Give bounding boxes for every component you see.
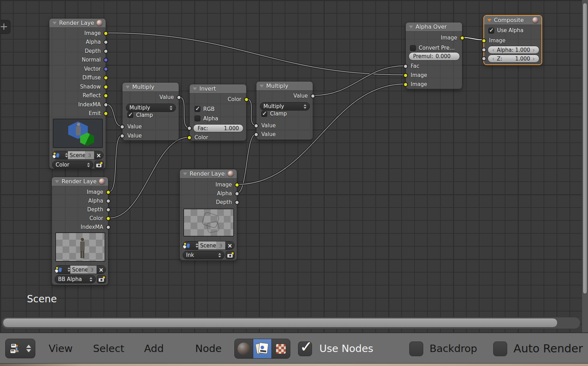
horizontal-scrollbar[interactable] (1, 317, 580, 329)
node-header[interactable]: Multiply (122, 83, 179, 92)
node-invert[interactable]: Invert Color RGB Alpha Fac: 1.000 Color (189, 84, 247, 141)
scene-selector[interactable]: Scene 3 × (55, 265, 106, 274)
texture-nodes-button[interactable] (272, 339, 290, 358)
horizontal-scrollbar-handle[interactable] (3, 318, 558, 328)
render-layer-dropdown[interactable]: BB Alpha (55, 275, 96, 283)
socket-emit-output[interactable] (104, 111, 108, 116)
fac-slider[interactable]: Fac: 1.000 (193, 124, 243, 132)
alpha-checkbox[interactable] (194, 115, 200, 121)
socket-fac-input[interactable] (403, 64, 408, 69)
node-header[interactable]: Render Layers (180, 169, 237, 178)
socket-value-output[interactable] (177, 95, 181, 100)
socket-depth-output[interactable] (106, 207, 111, 212)
collapse-icon[interactable] (260, 85, 264, 87)
socket-value2-input[interactable] (254, 132, 258, 137)
premul-slider[interactable]: Premul: 0.000 (409, 52, 460, 61)
socket-alpha-output[interactable] (104, 40, 108, 44)
socket-alpha-output[interactable] (106, 199, 111, 203)
unlink-icon[interactable]: × (94, 151, 103, 159)
collapse-icon[interactable] (183, 173, 187, 175)
convert-premul-checkbox[interactable] (410, 45, 416, 51)
socket-shadow-output[interactable] (104, 85, 108, 89)
use-nodes-checkbox[interactable] (298, 342, 312, 356)
socket-depth-output[interactable] (104, 49, 108, 54)
socket-depth-output[interactable] (235, 200, 239, 205)
render-layer-dropdown[interactable]: Color (52, 161, 93, 169)
node-render-layers-3[interactable]: Render Layers Image Alpha Depth Scene 3 … (179, 169, 237, 261)
scene-icon[interactable] (55, 266, 70, 274)
socket-normal-output[interactable] (104, 58, 108, 62)
expand-region-button[interactable]: + (0, 20, 10, 34)
z-number-field[interactable]: Z: 1.000 (488, 55, 539, 63)
render-layer-button[interactable] (97, 275, 106, 283)
unlink-icon[interactable]: × (225, 241, 234, 249)
menu-node[interactable]: Node (195, 342, 222, 355)
compositing-nodes-button[interactable] (253, 339, 272, 358)
vertical-scrollbar-handle[interactable] (583, 3, 587, 294)
node-alpha-over[interactable]: Alpha Over Image Convert Pre… Premul: 0.… (405, 22, 462, 89)
backdrop-checkbox[interactable] (409, 342, 423, 356)
socket-image1-input[interactable] (403, 73, 408, 78)
socket-image-input[interactable] (482, 38, 486, 43)
socket-image2-input[interactable] (403, 82, 408, 87)
node-multiply-1[interactable]: Multiply Value Multiply Clamp Value Valu… (122, 82, 179, 141)
rgb-checkbox[interactable] (194, 106, 200, 112)
socket-color-output[interactable] (244, 97, 249, 102)
socket-diffuse-output[interactable] (104, 76, 108, 80)
socket-color-output[interactable] (106, 216, 111, 221)
socket-value1-input[interactable] (254, 124, 258, 128)
use-alpha-checkbox[interactable] (488, 28, 494, 34)
scene-user-count[interactable]: 3 (87, 266, 97, 274)
collapse-icon[interactable] (193, 87, 197, 90)
socket-value2-input[interactable] (120, 134, 125, 138)
node-header[interactable]: Composite (484, 16, 541, 25)
socket-vector-output[interactable] (104, 67, 108, 71)
node-header[interactable]: Alpha Over (406, 22, 462, 31)
scene-name-field[interactable]: Scene (198, 241, 216, 249)
collapse-icon[interactable] (55, 180, 59, 183)
render-layer-dropdown[interactable]: Ink (183, 251, 225, 259)
socket-indexma-output[interactable] (104, 103, 108, 107)
blend-mode-dropdown[interactable]: Multiply (260, 102, 310, 111)
clamp-checkbox[interactable] (261, 111, 267, 117)
socket-image-output[interactable] (106, 190, 111, 195)
menu-select[interactable]: Select (93, 342, 124, 355)
socket-alpha-input[interactable] (482, 48, 486, 52)
auto-render-checkbox[interactable] (493, 342, 507, 356)
socket-value1-input[interactable] (120, 125, 125, 129)
socket-image-output[interactable] (104, 31, 108, 36)
unlink-icon[interactable]: × (97, 266, 106, 274)
node-render-layers-1[interactable]: Render Layers Image Alpha Depth Normal V… (49, 18, 106, 169)
node-header[interactable]: Render Layers (52, 177, 108, 186)
node-composite[interactable]: Composite Use Alpha Image Alpha: 1.000 Z… (483, 15, 542, 65)
scene-name-field[interactable]: Scene (68, 151, 85, 159)
node-canvas[interactable]: Render Layers Image Alpha Depth Normal V… (0, 0, 582, 332)
socket-value-output[interactable] (311, 94, 315, 98)
scene-icon[interactable] (52, 151, 68, 159)
collapse-icon[interactable] (409, 26, 413, 28)
scene-user-count[interactable]: 3 (85, 151, 94, 159)
alpha-number-field[interactable]: Alpha: 1.000 (488, 46, 539, 54)
menu-view[interactable]: View (49, 342, 73, 355)
socket-image-output[interactable] (460, 36, 465, 40)
scene-name-field[interactable]: Scene (70, 266, 87, 274)
scene-browse-arrows-icon[interactable] (65, 153, 68, 157)
socket-image-output[interactable] (235, 183, 239, 187)
render-layer-button[interactable] (226, 251, 235, 259)
node-header[interactable]: Render Layers (49, 19, 106, 28)
scene-user-count[interactable]: 3 (216, 241, 225, 249)
scene-icon[interactable] (183, 241, 198, 249)
node-header[interactable]: Invert (190, 84, 246, 93)
socket-reflect-output[interactable] (104, 93, 108, 98)
socket-z-input[interactable] (482, 56, 486, 61)
collapse-icon[interactable] (487, 19, 491, 22)
socket-fac-input[interactable] (187, 126, 192, 131)
scene-browse-arrows-icon[interactable] (196, 243, 198, 248)
shader-nodes-button[interactable] (235, 339, 253, 358)
scene-browse-arrows-icon[interactable] (68, 267, 70, 272)
clamp-checkbox[interactable] (127, 112, 133, 118)
collapse-icon[interactable] (126, 86, 130, 89)
editor-type-selector[interactable] (5, 339, 35, 358)
socket-indexma-output[interactable] (106, 225, 111, 230)
scene-selector[interactable]: Scene 3 × (52, 151, 104, 160)
